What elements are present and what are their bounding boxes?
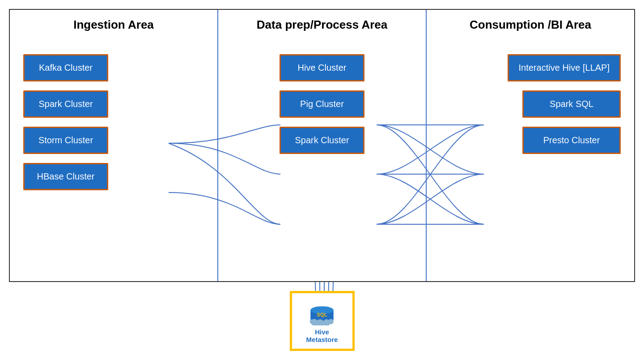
metastore-label: Hive Metastore: [299, 328, 345, 343]
spark-sql-label: Spark SQL: [550, 99, 593, 109]
metastore-box: SQL Hive Metastore: [290, 291, 355, 351]
process-spark-cluster-box: Spark Cluster: [280, 127, 364, 154]
consumption-column: Consumption /BI Area Interactive Hive [L…: [427, 10, 634, 281]
pig-cluster-box: Pig Cluster: [280, 90, 364, 118]
ingestion-spark-cluster-box: Spark Cluster: [23, 90, 108, 118]
bottom-area: SQL Hive Metastore: [9, 282, 635, 359]
presto-cluster-box: Presto Cluster: [522, 127, 621, 154]
storm-cluster-box: Storm Cluster: [23, 127, 108, 154]
ingestion-title: Ingestion Area: [23, 10, 204, 36]
ingestion-clusters: Kafka Cluster Spark Cluster Storm Cluste…: [23, 54, 204, 199]
consumption-title: Consumption /BI Area: [440, 10, 621, 36]
presto-cluster-label: Presto Cluster: [543, 135, 600, 145]
process-title: Data prep/Process Area: [232, 10, 412, 36]
ingestion-spark-cluster-label: Spark Cluster: [38, 99, 93, 109]
storm-cluster-label: Storm Cluster: [38, 135, 93, 145]
spark-sql-box: Spark SQL: [522, 90, 621, 118]
hive-cluster-label: Hive Cluster: [298, 63, 347, 73]
process-spark-cluster-label: Spark Cluster: [295, 135, 349, 145]
svg-point-8: [310, 319, 314, 324]
ingestion-column: Ingestion Area Kafka Cluster Spark Clust…: [10, 10, 218, 281]
kafka-cluster-box: Kafka Cluster: [23, 54, 108, 81]
consumption-clusters: Interactive Hive [LLAP] Spark SQL Presto…: [440, 54, 621, 163]
interactive-hive-label: Interactive Hive [LLAP]: [519, 63, 610, 73]
process-column: Data prep/Process Area Hive Cluster Pig …: [218, 10, 427, 281]
main-container: Ingestion Area Kafka Cluster Spark Clust…: [9, 9, 635, 359]
pig-cluster-label: Pig Cluster: [300, 99, 344, 109]
kafka-cluster-label: Kafka Cluster: [39, 63, 93, 73]
hbase-cluster-box: HBase Cluster: [23, 163, 108, 190]
interactive-hive-box: Interactive Hive [LLAP]: [508, 54, 621, 81]
sql-icon: SQL: [306, 299, 338, 325]
hbase-cluster-label: HBase Cluster: [37, 171, 95, 181]
process-clusters: Hive Cluster Pig Cluster Spark Cluster: [232, 54, 412, 163]
diagram-area: Ingestion Area Kafka Cluster Spark Clust…: [9, 9, 635, 282]
svg-point-7: [328, 319, 334, 324]
hive-cluster-box: Hive Cluster: [280, 54, 364, 81]
svg-text:SQL: SQL: [317, 312, 327, 317]
